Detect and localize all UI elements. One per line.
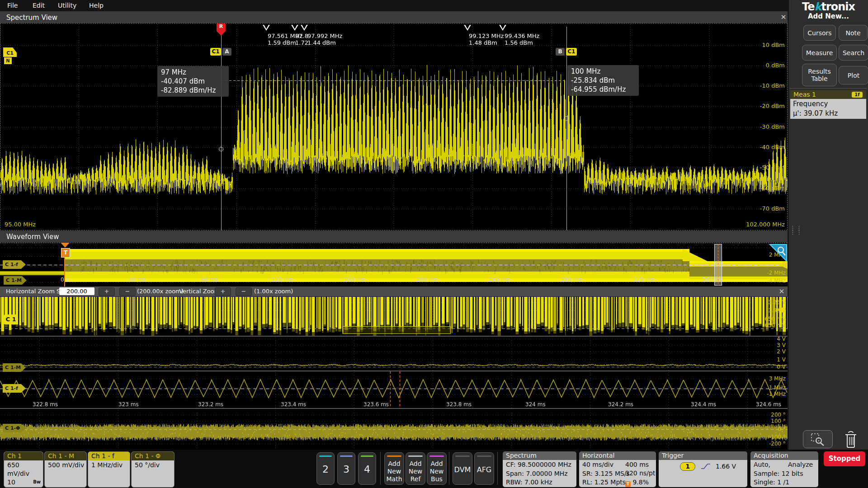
v-zoom-minus-button[interactable]: − (236, 287, 252, 296)
add-new-math-button[interactable]: Add New Math (384, 452, 404, 485)
peak-marker-icon[interactable] (291, 25, 298, 31)
cursor-b-amp: -25.834 dBm (571, 76, 635, 85)
cursor-b-line[interactable] (566, 27, 567, 230)
spectrum-panel-title: Spectrum (503, 451, 576, 460)
channel-badge-ch1-f[interactable]: Ch 1 - f 1 MHz/div (88, 451, 130, 488)
add-cursors-button[interactable]: Cursors (803, 25, 836, 41)
spectrum-view-titlebar[interactable]: Spectrum View ✕ (0, 11, 788, 23)
zoom-c1-canvas[interactable] (0, 297, 788, 337)
c1m-scale-label: 4 V (777, 336, 786, 342)
channel-badge-ch1-phi[interactable]: Ch 1 - Φ 50 °/div (131, 451, 175, 488)
zoom-badge-c1phi[interactable]: C 1-Φ (3, 424, 26, 432)
horizontal-duration: 400 ms (625, 460, 649, 469)
trigger-settings-panel[interactable]: Trigger 1 1.66 V (659, 451, 747, 487)
overview-badge-c1f[interactable]: C 1-f (3, 260, 26, 269)
cursor-a-channel-badge[interactable]: C1 (210, 48, 221, 56)
v-zoom-plus-button[interactable]: + (215, 287, 231, 296)
zoom-select-button[interactable] (803, 430, 833, 448)
channel-3-button[interactable]: 3 (337, 452, 355, 485)
spectrum-settings-panel[interactable]: Spectrum CF: 98.5000000 MHz Span: 7.0000… (503, 451, 576, 487)
waveform-view-titlebar[interactable]: Waveform View (0, 231, 788, 243)
h-zoom-plus-button[interactable]: + (99, 287, 115, 296)
c1f-scale-label: 1 MHz (769, 385, 786, 391)
peak-marker-icon[interactable] (499, 25, 506, 31)
trash-icon[interactable] (842, 429, 860, 449)
zoom-select-icon[interactable] (769, 244, 788, 262)
zoom-waveform-view[interactable]: C 1 C 1-M C 1-f C 1-Φ 3.25 V 1.95 V 650 … (0, 297, 788, 450)
add-new-ref-button[interactable]: Add New Ref (406, 452, 425, 485)
oscilloscope-app: File Edit Utility Help Spectrum View ✕ C… (0, 0, 868, 488)
zoom-badge-c1f[interactable]: C 1-f (3, 384, 26, 393)
menu-utility[interactable]: Utility (58, 2, 76, 9)
add-plot-button[interactable]: Plot (839, 66, 868, 84)
zoom-badge-c1[interactable]: C 1 (4, 314, 18, 324)
cursor-b-badge[interactable]: B (556, 48, 565, 56)
ch1-bw-limit-icon: Bw (33, 478, 41, 486)
add-search-button[interactable]: Search (839, 45, 868, 61)
ch1f-name: Ch 1 - f (88, 452, 130, 460)
ch2-color-stripe (319, 455, 332, 457)
overview-time-label: 160 ms (344, 277, 364, 283)
marker-amp: 1.56 dBm (505, 39, 539, 46)
channel-badge-ch1[interactable]: Ch 1 650 mV/div 10 dBm/div 1 GHz Bw (4, 451, 43, 488)
peak-marker-icon[interactable] (301, 25, 308, 31)
peak-marker-label: 99.436 MHz 1.56 dBm (505, 33, 539, 46)
zoom-c1m-canvas[interactable] (0, 337, 788, 371)
menu-file[interactable]: File (7, 2, 18, 9)
bottom-settings-bar: Ch 1 650 mV/div 10 dBm/div 1 GHz Bw Ch 1… (0, 450, 868, 488)
zoom-bar-close-icon[interactable]: ✕ (778, 287, 786, 296)
zoom-badge-c1m[interactable]: C 1-M (3, 363, 26, 372)
zoom-c1phi-canvas[interactable] (0, 409, 788, 450)
overview-badge-c1m[interactable]: C 1-M (4, 276, 27, 285)
cursor-a-density: -82.889 dBm/Hz (161, 86, 225, 95)
spectrum-plot[interactable]: C1 N R C1 A 97 MHz -40.407 dBm -82.889 d… (0, 23, 788, 230)
math-color-stripe (387, 455, 401, 457)
cursor-a-line[interactable] (221, 25, 222, 230)
channel-2-button[interactable]: 2 (316, 452, 335, 485)
meas1-header[interactable]: Meas 1 1f (790, 90, 866, 99)
meas1-body[interactable]: Frequency µ': 39.07 kHz (790, 99, 866, 119)
sidebar-divider (790, 88, 867, 89)
add-new-bus-button[interactable]: Add New Bus (427, 452, 447, 485)
waveform-overview-canvas[interactable] (0, 243, 788, 286)
add-note-button[interactable]: Note (839, 25, 868, 41)
trigger-pos-icon: T (625, 481, 631, 487)
meas1-source-badge: 1f (852, 92, 863, 98)
cursor-b-channel-badge[interactable]: C1 (566, 48, 577, 56)
spectrum-close-icon[interactable]: ✕ (779, 13, 788, 21)
waveform-view-title: Waveform View (6, 233, 59, 241)
waveform-overview[interactable]: C 1-f C 1-M 0 s 40 ms 80 ms 120 ms 160 m… (0, 243, 788, 286)
zoom-time-label: 324 ms (525, 401, 546, 408)
trigger-position-marker[interactable]: T (61, 248, 70, 258)
dvm-button[interactable]: DVM (453, 452, 472, 485)
add-bus-line: Add (427, 460, 446, 468)
menu-edit[interactable]: Edit (33, 2, 45, 9)
spectrum-y-label: -40 dBm (744, 144, 785, 150)
logo-text: Te (802, 0, 814, 13)
h-zoom-scale-value[interactable]: 200.00 us/div (59, 287, 94, 295)
channel-4-button[interactable]: 4 (358, 452, 376, 485)
acquisition-settings-panel[interactable]: Acquisition Auto, Sample: 12 bits Single… (750, 451, 818, 487)
overview-scale-label: -4 MHz (767, 277, 786, 284)
window-splitter-handle[interactable]: ⋮⋮⋮⋮ (790, 226, 802, 234)
trigger-position-icon[interactable] (61, 243, 70, 248)
afg-button[interactable]: AFG (474, 452, 494, 485)
h-zoom-minus-button[interactable]: − (119, 287, 136, 296)
marker-freq: 99.436 MHz (505, 33, 539, 39)
add-measure-button[interactable]: Measure (802, 45, 837, 61)
c1-scale-label: -650 mV (763, 322, 786, 328)
acquisition-status-badge[interactable]: Stopped (824, 451, 865, 466)
channel-badge-ch1-m[interactable]: Ch 1 - M 500 mV/div (44, 451, 87, 488)
menu-help[interactable]: Help (89, 2, 104, 9)
spectrum-trace-mode-badge[interactable]: N (4, 57, 12, 64)
cursor-a-freq: 97 MHz (161, 68, 225, 77)
bus-color-stripe (429, 455, 444, 457)
spectrum-trace-canvas[interactable] (0, 23, 788, 230)
horizontal-settings-panel[interactable]: Horizontal 40 ms/div SR: 3.125 MS/s RL: … (579, 451, 656, 487)
add-ref-line: Ref (406, 475, 425, 483)
peak-marker-icon[interactable] (464, 25, 471, 31)
cursor-a-badge[interactable]: A (222, 48, 231, 56)
add-results-table-button[interactable]: Results Table (802, 64, 837, 86)
peak-marker-icon[interactable] (263, 25, 270, 31)
c1phi-scale-label: -100 ° (769, 434, 786, 440)
